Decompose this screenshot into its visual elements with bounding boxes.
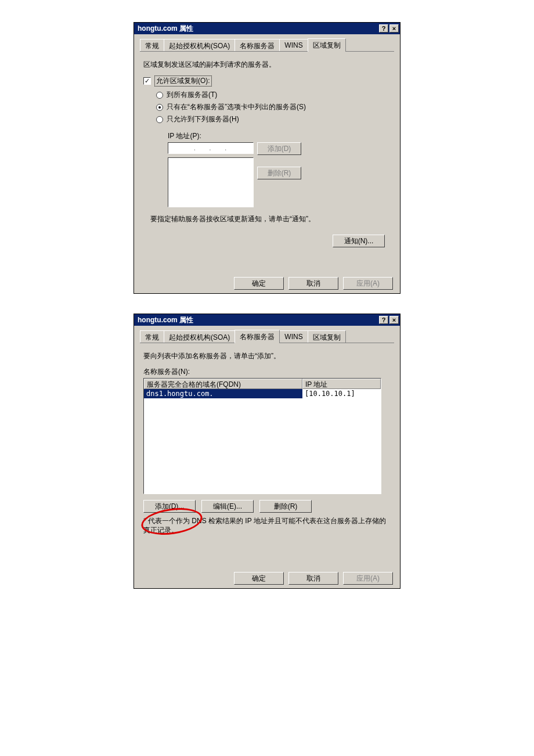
remove-ns-button[interactable]: 删除(R)	[259, 500, 312, 513]
radio-ns-only-label: 只有在“名称服务器”选项卡中列出的服务器(S)	[167, 102, 306, 112]
cancel-button[interactable]: 取消	[288, 277, 338, 290]
ok-button[interactable]: 确定	[234, 572, 284, 585]
ns-footnote: * 代表一个作为 DNS 检索结果的 IP 地址并且可能不代表在这台服务器上存储…	[143, 516, 391, 535]
tab-soa[interactable]: 起始授权机构(SOA)	[164, 39, 235, 51]
radio-listed-only-label: 只允许到下列服务器(H)	[167, 114, 239, 124]
radio-all-servers[interactable]	[156, 92, 163, 99]
ns-row-ip: [10.10.10.1]	[302, 389, 381, 398]
window-title: hongtu.com 属性	[138, 24, 378, 34]
window-title: hongtu.com 属性	[138, 315, 378, 325]
allow-transfer-checkbox[interactable]: ✓	[143, 77, 151, 85]
tab-zone-transfer[interactable]: 区域复制	[308, 38, 346, 52]
radio-all-servers-label: 到所有服务器(T)	[167, 90, 217, 100]
add-ns-button[interactable]: 添加(D)...	[143, 500, 196, 513]
tab-wins[interactable]: WINS	[279, 39, 308, 51]
tab-zone-transfer[interactable]: 区域复制	[308, 330, 346, 343]
nameservers-dialog: hongtu.com 属性 ? × 常规 起始授权机构(SOA) 名称服务器 W…	[134, 314, 400, 589]
tab-row: 常规 起始授权机构(SOA) 名称服务器 WINS 区域复制	[140, 39, 394, 52]
remove-ip-button[interactable]: 删除(R)	[257, 167, 301, 179]
edit-ns-button[interactable]: 编辑(E)...	[201, 500, 254, 513]
close-icon[interactable]: ×	[389, 24, 399, 33]
tab-nameservers[interactable]: 名称服务器	[234, 39, 280, 51]
close-icon[interactable]: ×	[389, 316, 399, 324]
apply-button[interactable]: 应用(A)	[343, 572, 393, 585]
ns-list-label: 名称服务器(N):	[143, 367, 391, 377]
dialog-footer: 确定 取消 应用(A)	[134, 277, 400, 290]
add-ip-button[interactable]: 添加(D)	[257, 142, 301, 155]
ns-list-header: 服务器完全合格的域名(FQDN) IP 地址	[144, 379, 381, 389]
allow-transfer-label: 允许区域复制(O):	[154, 75, 212, 87]
apply-button[interactable]: 应用(A)	[343, 277, 393, 290]
dialog-footer: 确定 取消 应用(A)	[134, 572, 400, 585]
ok-button[interactable]: 确定	[234, 277, 284, 290]
notify-button[interactable]: 通知(N)...	[333, 235, 385, 247]
ip-address-input[interactable]: . . .	[168, 142, 254, 154]
radio-listed-only[interactable]	[156, 116, 163, 123]
tab-wins[interactable]: WINS	[279, 330, 308, 343]
zone-transfer-desc: 区域复制发送区域的副本到请求的服务器。	[143, 60, 391, 70]
titlebar[interactable]: hongtu.com 属性 ? ×	[134, 314, 400, 326]
help-icon[interactable]: ?	[379, 316, 388, 324]
zone-transfer-dialog: hongtu.com 属性 ? × 常规 起始授权机构(SOA) 名称服务器 W…	[134, 22, 400, 294]
tab-nameservers[interactable]: 名称服务器	[234, 330, 280, 343]
ns-list[interactable]: 服务器完全合格的域名(FQDN) IP 地址 dns1.hongtu.com. …	[143, 378, 381, 494]
titlebar[interactable]: hongtu.com 属性 ? ×	[134, 23, 400, 34]
help-icon[interactable]: ?	[379, 24, 388, 33]
tab-row: 常规 起始授权机构(SOA) 名称服务器 WINS 区域复制	[140, 330, 394, 343]
ns-row-fqdn: dns1.hongtu.com.	[144, 389, 302, 398]
ns-desc: 要向列表中添加名称服务器，请单击“添加”。	[143, 351, 391, 361]
tab-general[interactable]: 常规	[140, 39, 164, 51]
notify-note: 要指定辅助服务器接收区域更新通知，请单击“通知”。	[150, 214, 391, 224]
cancel-button[interactable]: 取消	[288, 572, 338, 585]
ip-address-label: IP 地址(P):	[168, 131, 391, 141]
ns-row[interactable]: dns1.hongtu.com. [10.10.10.1]	[144, 389, 381, 398]
col-ip[interactable]: IP 地址	[302, 379, 381, 389]
col-fqdn[interactable]: 服务器完全合格的域名(FQDN)	[144, 379, 302, 389]
tab-general[interactable]: 常规	[140, 330, 164, 343]
radio-ns-only[interactable]	[156, 104, 163, 111]
ip-list[interactable]	[168, 157, 254, 207]
tab-soa[interactable]: 起始授权机构(SOA)	[164, 330, 235, 343]
